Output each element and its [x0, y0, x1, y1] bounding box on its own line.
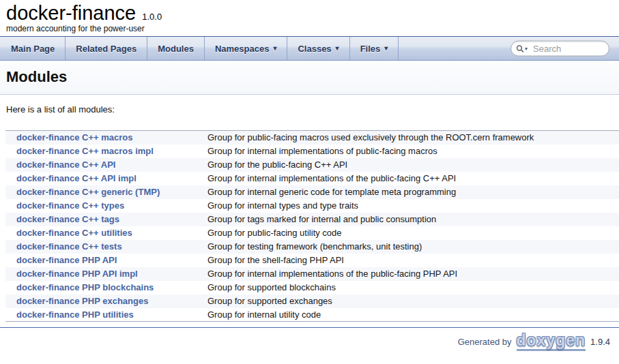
generated-by-text: Generated by — [458, 337, 512, 347]
search-box[interactable]: ▾ — [510, 41, 609, 57]
module-row: docker-finance C++ testsGroup for testin… — [5, 240, 619, 254]
module-row: docker-finance PHP utilitiesGroup for in… — [5, 308, 619, 322]
project-name: docker-finance — [6, 2, 136, 24]
chevron-down-icon: ▾ — [273, 45, 276, 52]
tab-classes[interactable]: Classes▾ — [287, 37, 349, 60]
footer: Generated by doxygen 1.9.4 — [0, 328, 619, 351]
search-magnifier-icon[interactable]: ▾ — [516, 44, 528, 52]
module-row: docker-finance C++ macros implGroup for … — [5, 145, 619, 158]
page-header: Modules — [0, 61, 619, 95]
module-link[interactable]: docker-finance C++ types — [16, 200, 124, 211]
module-row: docker-finance C++ macrosGroup for publi… — [5, 131, 619, 145]
tab-label: Modules — [158, 44, 194, 54]
module-link[interactable]: docker-finance C++ API impl — [16, 173, 136, 183]
module-row: docker-finance PHP blockchainsGroup for … — [5, 281, 619, 294]
module-description: Group for internal implementations of pu… — [203, 145, 619, 158]
module-link[interactable]: docker-finance PHP utilities — [16, 309, 134, 320]
search-input[interactable] — [532, 43, 603, 55]
module-entry-cell: docker-finance C++ API — [5, 158, 203, 172]
modules-table-body: docker-finance C++ macrosGroup for publi… — [5, 131, 619, 322]
module-description: Group for internal generic code for temp… — [203, 185, 619, 199]
contents: Here is a list of all modules: docker-fi… — [0, 104, 619, 322]
modules-table: docker-finance C++ macrosGroup for publi… — [5, 130, 619, 322]
title-area: docker-finance 1.0.0 modern accounting f… — [0, 0, 619, 36]
module-link[interactable]: docker-finance C++ macros — [16, 132, 133, 142]
chevron-down-icon: ▾ — [384, 45, 388, 52]
project-version: 1.0.0 — [142, 12, 162, 22]
chevron-down-icon: ▾ — [336, 45, 339, 52]
module-row: docker-finance C++ generic (TMP)Group fo… — [5, 185, 619, 199]
module-description: Group for tags marked for internal and p… — [203, 213, 619, 226]
tab-label: Classes — [298, 44, 331, 54]
module-description: Group for internal types and type traits — [203, 199, 619, 213]
generator-version: 1.9.4 — [590, 337, 610, 347]
module-link[interactable]: docker-finance PHP exchanges — [16, 296, 148, 306]
module-link[interactable]: docker-finance C++ API — [16, 160, 115, 170]
module-link[interactable]: docker-finance C++ tests — [16, 241, 122, 252]
module-description: Group for internal utility code — [203, 308, 619, 322]
module-row: docker-finance PHP APIGroup for the shel… — [5, 254, 619, 267]
module-description: Group for public-facing macros used excl… — [203, 131, 619, 145]
module-entry-cell: docker-finance C++ tags — [5, 213, 203, 226]
module-description: Group for supported blockchains — [203, 281, 619, 294]
module-entry-cell: docker-finance C++ generic (TMP) — [5, 185, 203, 199]
module-description: Group for internal implementations of th… — [203, 267, 619, 281]
tab-files[interactable]: Files▾ — [350, 37, 399, 60]
module-description: Group for the shell-facing PHP API — [203, 254, 619, 267]
tab-related-pages[interactable]: Related Pages — [66, 37, 147, 60]
tab-label: Related Pages — [76, 44, 136, 54]
module-row: docker-finance C++ typesGroup for intern… — [5, 199, 619, 213]
tab-label: Files — [360, 44, 381, 54]
module-entry-cell: docker-finance C++ types — [5, 199, 203, 213]
module-row: docker-finance C++ API implGroup for int… — [5, 172, 619, 185]
module-link[interactable]: docker-finance PHP API impl — [16, 269, 138, 279]
doxygen-logo[interactable]: doxygen — [517, 333, 586, 351]
module-row: docker-finance C++ tagsGroup for tags ma… — [5, 213, 619, 226]
module-description: Group for public-facing utility code — [203, 226, 619, 240]
module-link[interactable]: docker-finance C++ tags — [16, 214, 119, 224]
module-link[interactable]: docker-finance PHP API — [16, 255, 117, 265]
module-link[interactable]: docker-finance C++ generic (TMP) — [16, 187, 160, 197]
tab-main-page[interactable]: Main Page — [0, 37, 66, 60]
module-description: Group for internal implementations of th… — [203, 172, 619, 185]
module-row: docker-finance C++ APIGroup for the publ… — [5, 158, 619, 172]
module-entry-cell: docker-finance PHP utilities — [5, 308, 203, 322]
module-row: docker-finance C++ utilitiesGroup for pu… — [5, 226, 619, 240]
search-filter-chevron-icon[interactable]: ▾ — [525, 46, 528, 52]
module-entry-cell: docker-finance PHP exchanges — [5, 294, 203, 308]
module-link[interactable]: docker-finance C++ utilities — [16, 228, 132, 238]
page-title: Modules — [6, 68, 619, 86]
module-link[interactable]: docker-finance C++ macros impl — [16, 146, 154, 156]
module-entry-cell: docker-finance C++ utilities — [5, 226, 203, 240]
tab-modules[interactable]: Modules — [147, 37, 205, 60]
nav-bar: Main PageRelated PagesModulesNamespaces▾… — [0, 36, 619, 61]
module-entry-cell: docker-finance PHP API — [5, 254, 203, 267]
intro-text: Here is a list of all modules: — [6, 104, 619, 115]
module-entry-cell: docker-finance C++ macros — [5, 131, 203, 145]
module-entry-cell: docker-finance C++ macros impl — [5, 145, 203, 158]
module-entry-cell: docker-finance C++ API impl — [5, 172, 203, 185]
project-brief: modern accounting for the power-user — [6, 24, 619, 35]
module-entry-cell: docker-finance C++ tests — [5, 240, 203, 254]
tab-namespaces[interactable]: Namespaces▾ — [205, 37, 288, 60]
module-row: docker-finance PHP exchangesGroup for su… — [5, 294, 619, 308]
module-entry-cell: docker-finance PHP blockchains — [5, 281, 203, 294]
module-description: Group for supported exchanges — [203, 294, 619, 308]
module-description: Group for testing framework (benchmarks,… — [203, 240, 619, 254]
module-link[interactable]: docker-finance PHP blockchains — [16, 282, 154, 292]
module-description: Group for the public-facing C++ API — [203, 158, 619, 172]
tab-label: Main Page — [11, 44, 55, 54]
module-row: docker-finance PHP API implGroup for int… — [5, 267, 619, 281]
module-entry-cell: docker-finance PHP API impl — [5, 267, 203, 281]
tab-label: Namespaces — [215, 44, 270, 54]
